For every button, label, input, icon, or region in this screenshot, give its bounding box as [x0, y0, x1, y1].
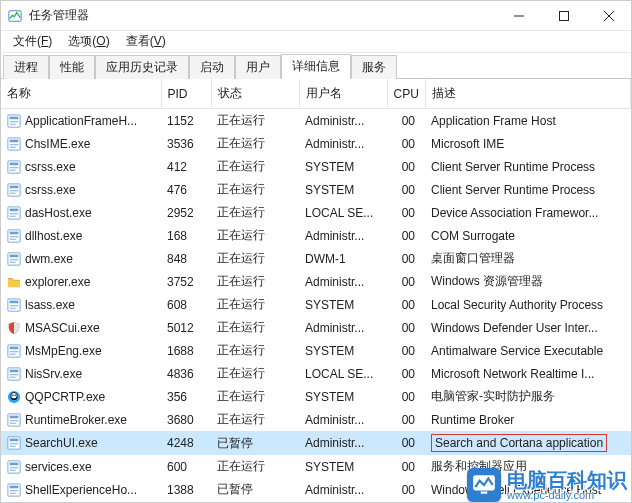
- cell-cpu: 00: [387, 178, 425, 201]
- cell-user: SYSTEM: [299, 339, 387, 362]
- cell-cpu: 00: [387, 293, 425, 316]
- cell-user: SYSTEM: [299, 178, 387, 201]
- cell-cpu: 00: [387, 109, 425, 133]
- process-icon: [7, 367, 21, 381]
- table-row[interactable]: lsass.exe608正在运行SYSTEM00Local Security A…: [1, 293, 631, 316]
- process-icon: [7, 206, 21, 220]
- menu-view[interactable]: 查看(V): [118, 31, 174, 52]
- column-user[interactable]: 用户名: [299, 79, 387, 109]
- cell-user: Administr...: [299, 408, 387, 431]
- table-row[interactable]: MsMpEng.exe1688正在运行SYSTEM00Antimalware S…: [1, 339, 631, 362]
- process-icon: [7, 460, 21, 474]
- cell-cpu: 00: [387, 385, 425, 408]
- cell-user: LOCAL SE...: [299, 362, 387, 385]
- column-state[interactable]: 状态: [211, 79, 299, 109]
- close-icon: [604, 11, 614, 21]
- table-row[interactable]: dllhost.exe168正在运行Administr...00COM Surr…: [1, 224, 631, 247]
- process-name: explorer.exe: [25, 275, 90, 289]
- cell-state: 正在运行: [211, 316, 299, 339]
- process-name: SearchUI.exe: [25, 436, 98, 450]
- process-icon: [7, 413, 21, 427]
- table-row[interactable]: csrss.exe412正在运行SYSTEM00Client Server Ru…: [1, 155, 631, 178]
- cell-cpu: 00: [387, 339, 425, 362]
- cell-desc: Client Server Runtime Process: [425, 155, 631, 178]
- process-icon: [7, 298, 21, 312]
- table-row[interactable]: ChsIME.exe3536正在运行Administr...00Microsof…: [1, 132, 631, 155]
- process-name: QQPCRTP.exe: [25, 390, 105, 404]
- process-icon: [7, 183, 21, 197]
- process-name: RuntimeBroker.exe: [25, 413, 127, 427]
- maximize-button[interactable]: [541, 1, 586, 31]
- cell-state: 正在运行: [211, 155, 299, 178]
- table-row[interactable]: services.exe600正在运行SYSTEM00服务和控制器应用: [1, 455, 631, 478]
- cell-pid: 1688: [161, 339, 211, 362]
- cell-pid: 848: [161, 247, 211, 270]
- table-row[interactable]: csrss.exe476正在运行SYSTEM00Client Server Ru…: [1, 178, 631, 201]
- minimize-button[interactable]: [496, 1, 541, 31]
- cell-cpu: 00: [387, 362, 425, 385]
- cell-desc: COM Surrogate: [425, 224, 631, 247]
- cell-desc: 桌面窗口管理器: [425, 247, 631, 270]
- tab-users[interactable]: 用户: [235, 55, 281, 79]
- tab-performance[interactable]: 性能: [49, 55, 95, 79]
- tab-startup[interactable]: 启动: [189, 55, 235, 79]
- table-row[interactable]: RuntimeBroker.exe3680正在运行Administr...00R…: [1, 408, 631, 431]
- menu-file[interactable]: 文件(F): [5, 31, 60, 52]
- cell-state: 正在运行: [211, 201, 299, 224]
- cell-cpu: 00: [387, 224, 425, 247]
- tab-details[interactable]: 详细信息: [281, 54, 351, 79]
- cell-desc: 电脑管家-实时防护服务: [425, 385, 631, 408]
- cell-user: Administr...: [299, 478, 387, 501]
- process-name: ApplicationFrameH...: [25, 114, 137, 128]
- cell-state: 已暂停: [211, 431, 299, 455]
- window-title: 任务管理器: [29, 7, 89, 24]
- table-row[interactable]: ShellExperienceHo...1388已暂停Administr...0…: [1, 478, 631, 501]
- process-name: csrss.exe: [25, 183, 76, 197]
- process-name: ChsIME.exe: [25, 137, 90, 151]
- cell-desc: Microsoft Network Realtime I...: [425, 362, 631, 385]
- cell-desc: Windows Defender User Inter...: [425, 316, 631, 339]
- close-button[interactable]: [586, 1, 631, 31]
- cell-state: 正在运行: [211, 178, 299, 201]
- cell-user: Administr...: [299, 270, 387, 293]
- column-cpu[interactable]: CPU: [387, 79, 425, 109]
- cell-state: 正在运行: [211, 293, 299, 316]
- table-row[interactable]: dwm.exe848正在运行DWM-100桌面窗口管理器: [1, 247, 631, 270]
- cell-cpu: 00: [387, 132, 425, 155]
- minimize-icon: [514, 11, 524, 21]
- cell-cpu: 00: [387, 270, 425, 293]
- process-icon: [7, 436, 21, 450]
- table-row[interactable]: SearchUI.exe4248已暂停Administr...00Search …: [1, 431, 631, 455]
- table-row[interactable]: dasHost.exe2952正在运行LOCAL SE...00Device A…: [1, 201, 631, 224]
- titlebar: 任务管理器: [1, 1, 631, 31]
- menu-options[interactable]: 选项(O): [60, 31, 117, 52]
- table-row[interactable]: ApplicationFrameH...1152正在运行Administr...…: [1, 109, 631, 133]
- cell-pid: 3536: [161, 132, 211, 155]
- details-table: 名称 PID 状态 用户名 CPU 描述 ApplicationFrameH..…: [1, 79, 631, 503]
- cell-desc: Search and Cortana application: [425, 431, 631, 455]
- cell-desc: Application Frame Host: [425, 109, 631, 133]
- table-row[interactable]: MSASCui.exe5012正在运行Administr...00Windows…: [1, 316, 631, 339]
- cell-desc: Local Security Authority Process: [425, 293, 631, 316]
- cell-state: 正在运行: [211, 270, 299, 293]
- cell-user: LOCAL SE...: [299, 201, 387, 224]
- cell-pid: 412: [161, 155, 211, 178]
- cell-pid: 168: [161, 224, 211, 247]
- tab-app-history[interactable]: 应用历史记录: [95, 55, 189, 79]
- column-desc[interactable]: 描述: [425, 79, 631, 109]
- cell-user: SYSTEM: [299, 293, 387, 316]
- column-pid[interactable]: PID: [161, 79, 211, 109]
- cell-state: 正在运行: [211, 455, 299, 478]
- table-row[interactable]: NisSrv.exe4836正在运行LOCAL SE...00Microsoft…: [1, 362, 631, 385]
- table-row[interactable]: explorer.exe3752正在运行Administr...00Window…: [1, 270, 631, 293]
- tab-processes[interactable]: 进程: [3, 55, 49, 79]
- cell-pid: 2952: [161, 201, 211, 224]
- cell-desc: Client Server Runtime Process: [425, 178, 631, 201]
- process-name: services.exe: [25, 460, 92, 474]
- cell-cpu: 00: [387, 316, 425, 339]
- tab-services[interactable]: 服务: [351, 55, 397, 79]
- cell-desc: 服务和控制器应用: [425, 455, 631, 478]
- cell-pid: 4248: [161, 431, 211, 455]
- column-name[interactable]: 名称: [1, 79, 161, 109]
- table-row[interactable]: QQPCRTP.exe356正在运行SYSTEM00电脑管家-实时防护服务: [1, 385, 631, 408]
